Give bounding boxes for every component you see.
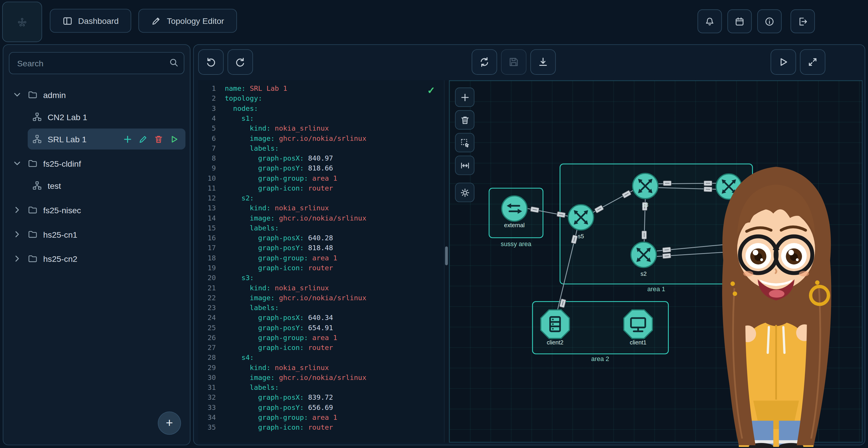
save-button[interactable] bbox=[501, 49, 527, 75]
tree-folder-admin[interactable]: admin bbox=[8, 84, 186, 105]
tree-label: test bbox=[48, 181, 61, 190]
info-button[interactable] bbox=[757, 9, 782, 33]
interface-chip bbox=[662, 247, 671, 252]
bell-icon bbox=[705, 16, 714, 26]
tree-label: CN2 Lab 1 bbox=[48, 112, 88, 121]
folder-icon bbox=[28, 90, 37, 99]
plus-icon[interactable] bbox=[455, 88, 474, 107]
tree-item-srl-lab-1[interactable]: SRL Lab 1 bbox=[28, 128, 186, 150]
node-external[interactable] bbox=[502, 196, 527, 221]
tree-folder-hs25-cn2[interactable]: hs25-cn2 bbox=[8, 248, 186, 269]
scrollbar-thumb[interactable] bbox=[445, 246, 448, 265]
topology-tree: admin CN2 Lab 1 SRL Lab 1 bbox=[3, 80, 190, 271]
node-router-partial[interactable] bbox=[716, 174, 742, 199]
folder-icon bbox=[28, 205, 37, 215]
download-button[interactable] bbox=[530, 49, 556, 75]
tree-item-test[interactable]: test bbox=[28, 175, 186, 196]
nav-topology-editor-label: Topology Editor bbox=[167, 16, 224, 25]
node-label: client2 bbox=[547, 339, 563, 346]
add-topology-fab[interactable]: + bbox=[158, 411, 181, 435]
tree-folder-hs25-cn1[interactable]: hs25-cn1 bbox=[8, 224, 186, 245]
topology-icon bbox=[32, 134, 42, 144]
pencil-icon bbox=[151, 16, 161, 26]
delete-icon[interactable] bbox=[154, 135, 163, 144]
run-icon[interactable] bbox=[169, 135, 179, 144]
tree-folder-fs25-nisec[interactable]: fs25-nisec bbox=[8, 199, 186, 220]
marquee-select-icon[interactable] bbox=[455, 133, 474, 152]
undo-button[interactable] bbox=[198, 49, 224, 75]
topology-canvas[interactable]: sussy area area 1 area 2 bbox=[449, 80, 863, 443]
sidebar: admin CN2 Lab 1 SRL Lab 1 bbox=[3, 44, 190, 445]
run-topology-button[interactable] bbox=[771, 49, 796, 75]
app-window: Dashboard Topology Editor bbox=[0, 0, 868, 448]
interface-chip bbox=[704, 187, 712, 192]
editor-panel: 1234567891011121314151617181920212223242… bbox=[193, 44, 865, 445]
fullscreen-button[interactable] bbox=[800, 49, 826, 75]
chevron-down-icon bbox=[12, 158, 22, 168]
header-actions bbox=[698, 9, 815, 33]
calendar-button[interactable] bbox=[727, 9, 752, 33]
node-label: client1 bbox=[630, 339, 646, 346]
group-label: sussy area bbox=[501, 240, 532, 247]
chevron-right-icon bbox=[12, 205, 22, 215]
code-lines[interactable]: name: SRL Lab 1topology: nodes: s1: kind… bbox=[225, 84, 444, 432]
line-numbers: 1234567891011121314151617181920212223242… bbox=[198, 84, 216, 432]
node-label: s5 bbox=[578, 233, 584, 239]
folder-icon bbox=[28, 229, 37, 239]
canvas-palette bbox=[455, 88, 474, 202]
tree-label: fs25-cldinf bbox=[43, 158, 81, 168]
topology-icon bbox=[32, 112, 42, 122]
search-icon bbox=[169, 58, 179, 67]
trash-icon[interactable] bbox=[455, 110, 474, 130]
network-logo-icon bbox=[17, 17, 27, 27]
info-icon bbox=[765, 16, 774, 26]
search-box bbox=[9, 52, 184, 74]
primary-nav: Dashboard Topology Editor bbox=[50, 9, 237, 33]
node-s3[interactable] bbox=[633, 173, 658, 199]
tree-label: hs25-cn2 bbox=[43, 254, 77, 263]
yaml-valid-check-icon: ✓ bbox=[427, 85, 435, 96]
yaml-editor[interactable]: 1234567891011121314151617181920212223242… bbox=[198, 80, 444, 443]
notifications-button[interactable] bbox=[698, 9, 722, 33]
interface-chip bbox=[642, 231, 647, 239]
node-s2[interactable] bbox=[631, 242, 656, 267]
nav-topology-editor[interactable]: Topology Editor bbox=[139, 9, 237, 33]
tree-label: hs25-cn1 bbox=[43, 230, 77, 239]
tree-folder-fs25-cldinf[interactable]: fs25-cldinf bbox=[8, 153, 186, 174]
interface-chip bbox=[704, 181, 712, 186]
tree-item-cn2-lab-1[interactable]: CN2 Lab 1 bbox=[28, 107, 186, 127]
nav-dashboard-label: Dashboard bbox=[78, 16, 119, 25]
tree-item-actions bbox=[123, 135, 181, 144]
edit-icon[interactable] bbox=[138, 135, 148, 144]
editor-scrollbar[interactable] bbox=[444, 80, 449, 443]
node-s5[interactable] bbox=[568, 205, 593, 230]
app-logo[interactable] bbox=[2, 2, 42, 42]
chevron-down-icon bbox=[12, 90, 22, 99]
node-client1[interactable] bbox=[624, 310, 652, 338]
nav-dashboard[interactable]: Dashboard bbox=[50, 9, 131, 33]
sync-button[interactable] bbox=[472, 49, 497, 75]
redo-button[interactable] bbox=[227, 49, 253, 75]
folder-icon bbox=[28, 254, 37, 264]
add-icon[interactable] bbox=[123, 135, 132, 144]
settings-icon[interactable] bbox=[455, 183, 474, 202]
tree-label: admin bbox=[43, 90, 66, 99]
folder-icon bbox=[28, 158, 37, 168]
layout-icon bbox=[63, 16, 72, 26]
node-label: s3 bbox=[642, 202, 648, 208]
chevron-right-icon bbox=[12, 229, 22, 239]
interface-chip bbox=[662, 253, 671, 259]
calendar-icon bbox=[735, 16, 744, 26]
chevron-right-icon bbox=[12, 254, 22, 264]
tree-label: SRL Lab 1 bbox=[48, 135, 87, 144]
topology-icon bbox=[32, 181, 42, 190]
tree-label: fs25-nisec bbox=[43, 205, 81, 214]
fit-width-icon[interactable] bbox=[455, 156, 474, 175]
node-label: external bbox=[504, 222, 525, 228]
editor-toolbar bbox=[198, 49, 861, 76]
topology-graph[interactable]: sussy area area 1 area 2 bbox=[450, 81, 862, 442]
search-input[interactable] bbox=[9, 52, 184, 74]
group-label: area 2 bbox=[591, 355, 609, 362]
logout-button[interactable] bbox=[790, 9, 815, 33]
node-client2[interactable] bbox=[541, 310, 569, 338]
